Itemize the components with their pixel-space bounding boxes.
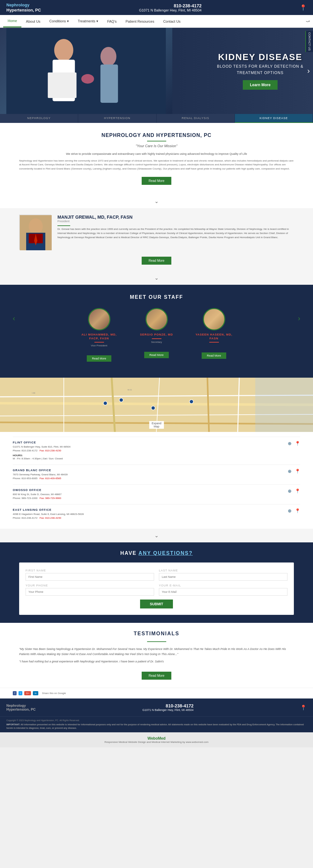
share-text: Share this on Google: [42, 692, 66, 695]
svg-rect-26: [255, 378, 313, 432]
staff-read-more-yaseen[interactable]: Read More: [201, 352, 226, 359]
office-east-lansing: EAST LANSING OFFICE 4096 E Hagadorn Road…: [13, 504, 300, 524]
staff-divider-1: [94, 342, 104, 343]
site-header: Nephrology Hypertension, PC 810-238-4172…: [0, 0, 313, 15]
svg-point-24: [151, 406, 155, 410]
header-phone: 810-238-4172: [139, 3, 201, 8]
office-grand-blanc-address: 7873 Seneway Parkway, Grand Blanc, MI 48…: [13, 473, 68, 476]
svg-point-8: [29, 218, 43, 234]
staff-prev-arrow[interactable]: ‹: [13, 314, 15, 323]
learn-more-button[interactable]: Learn More: [243, 80, 278, 90]
nav-treatments[interactable]: Treatments ▾: [73, 15, 103, 27]
location-pin-icon-4[interactable]: 📍: [295, 508, 300, 513]
hero-next-arrow[interactable]: ›: [307, 66, 310, 75]
svg-point-1: [54, 39, 73, 61]
linkedin-button[interactable]: in: [33, 691, 38, 695]
office-grand-blanc-name: GRAND BLANC OFFICE: [13, 469, 68, 472]
testimonial-read-more-button[interactable]: Read More: [142, 672, 171, 680]
svg-point-23: [119, 398, 123, 402]
navigation: Home About Us Conditions ▾ Treatments ▾ …: [0, 15, 313, 28]
staff-read-more-sergio[interactable]: Read More: [144, 352, 169, 358]
office-owosso-phone: Phone: 989-723-1000 Fax: 989-729-9960: [13, 496, 62, 500]
logo[interactable]: Nephrology Hypertension, PC: [6, 3, 41, 12]
office-flint-hours-label: HOURS:: [13, 454, 70, 457]
google-plus-button[interactable]: G+: [24, 691, 31, 695]
doctor-section: MANJIT GREWAL, MD, FACP, FASN President …: [19, 215, 294, 250]
chevron-down-2-icon: ⌄: [0, 271, 313, 285]
office-east-lansing-address: 4096 E Hagadorn Road, Suite 6, East Lans…: [13, 513, 84, 516]
staff-read-more-ali[interactable]: Read More: [87, 355, 112, 362]
map-background: I-69 M-21 Expand Map: [0, 378, 313, 432]
office-flint-hours: M - Fri: 8:30am - 4:30pm | Sat / Sun: Cl…: [13, 457, 70, 461]
hero-image: [0, 28, 172, 114]
footer-webomed: WeboMed Responsive Medical Website Desig…: [0, 732, 313, 747]
nav-contact[interactable]: Contact Us: [159, 16, 185, 27]
twitter-button[interactable]: t: [19, 691, 22, 695]
office-flint: FLINT OFFICE G1071 N Ballenger Hwy, Suit…: [13, 437, 300, 464]
tab-kidney-disease[interactable]: KIDNEY DISEASE: [235, 114, 313, 123]
offices-section: FLINT OFFICE G1071 N Ballenger Hwy, Suit…: [0, 432, 313, 529]
staff-photo-ali: [88, 308, 111, 331]
nav-faqs[interactable]: FAQ's: [103, 16, 121, 27]
webomed-text: Responsive Medical Website Design and Me…: [4, 741, 309, 744]
staff-next-arrow[interactable]: ›: [298, 314, 300, 323]
submit-button[interactable]: SUBMIT: [140, 599, 173, 609]
about-body: Nephrology and Hypertension has been ser…: [19, 159, 294, 171]
staff-role-ali: Vice President: [77, 344, 122, 347]
nav-about[interactable]: About Us: [21, 16, 45, 27]
footer-phone: 810-238-4172: [142, 703, 193, 708]
staff-name-yaseen: YASEEN HASEEN, MD, FASN: [192, 333, 237, 340]
nav-conditions[interactable]: Conditions ▾: [45, 15, 73, 27]
doctor-photo: [19, 215, 51, 250]
office-flint-icons: ⊕ 📍: [288, 441, 300, 446]
footer-copyright: Copyright © 2023 Nephrology and Hyperten…: [6, 719, 307, 721]
staff-grid: ALI MOHAMMED, MD, FACP, FASN Vice Presid…: [9, 308, 304, 362]
hero-doctor-illustration: [0, 28, 172, 114]
location-pin-icon[interactable]: 📍: [295, 441, 300, 446]
svg-point-25: [190, 400, 193, 404]
svg-point-22: [103, 401, 107, 405]
nav-home[interactable]: Home: [3, 15, 21, 27]
tab-hypertension[interactable]: HYPERTENSION: [78, 114, 156, 123]
doctor-role: President: [57, 220, 294, 223]
first-name-input[interactable]: [26, 573, 154, 581]
directions-icon[interactable]: ⊕: [288, 441, 292, 446]
facebook-button[interactable]: f: [13, 691, 17, 695]
footer-map-pin-icon: 📍: [300, 705, 307, 711]
header-address: G1071 N Ballenger Hwy, Flint, MI 48504: [139, 8, 201, 12]
staff-member-2: SERGIO PONZE, MD Secretary Read More: [134, 308, 179, 362]
footer-disclaimer: IMPORTANT: All information presented on …: [6, 723, 307, 730]
hero-content: KIDNEY DISEASE BLOOD TESTS FOR EARLY DET…: [217, 52, 304, 90]
phone-input[interactable]: [26, 588, 154, 596]
tab-renal-dialysis[interactable]: RENAL DIALYSIS: [157, 114, 235, 123]
footer-main: Nephrology Hypertension, PC 810-238-4172…: [0, 699, 313, 716]
location-pin-icon-3[interactable]: 📍: [295, 489, 300, 494]
svg-rect-3: [48, 72, 76, 98]
staff-name-sergio: SERGIO PONZE, MD: [134, 333, 179, 337]
staff-divider-2: [152, 338, 161, 339]
svg-point-6: [81, 74, 94, 84]
office-owosso: OWOSSO OFFICE 800 W King St, Suite D, Ow…: [13, 484, 300, 504]
directions-icon-4[interactable]: ⊕: [288, 508, 292, 513]
staff-role-sergio: Secretary: [134, 341, 179, 343]
last-name-input[interactable]: [159, 573, 287, 581]
directions-icon-2[interactable]: ⊕: [288, 469, 292, 474]
location-pin-icon-2[interactable]: 📍: [295, 469, 300, 474]
office-grand-blanc: GRAND BLANC OFFICE 7873 Seneway Parkway,…: [13, 464, 300, 484]
doctor-read-more-button[interactable]: Read More: [142, 257, 171, 265]
tab-nephrology[interactable]: NEPHROLOGY: [0, 114, 78, 123]
staff-photo-yaseen: [203, 308, 225, 331]
expand-map-button[interactable]: Expand Map: [149, 421, 164, 429]
office-grand-blanc-icons: ⊕ 📍: [288, 469, 300, 474]
email-input[interactable]: [159, 588, 287, 596]
about-read-more-button[interactable]: Read More: [142, 177, 171, 185]
office-east-lansing-name: EAST LANSING OFFICE: [13, 508, 84, 512]
directions-icon-3[interactable]: ⊕: [288, 489, 292, 494]
footer-address: G1071 N Ballenger Hwy, Flint, MI 48504: [142, 708, 193, 712]
contact-us-badge[interactable]: CONTACT US: [305, 31, 313, 52]
testimonials-section: TESTIMONIALS "My Sister Has Been Seeing …: [0, 623, 313, 688]
email-group: YOUR E-MAIL: [159, 584, 287, 596]
nav-patient-resources[interactable]: Patient Resources: [121, 16, 159, 27]
share-icon[interactable]: ⤻: [306, 18, 310, 24]
hero-subtitle: BLOOD TESTS FOR EARLY DETECTION &: [217, 64, 304, 69]
